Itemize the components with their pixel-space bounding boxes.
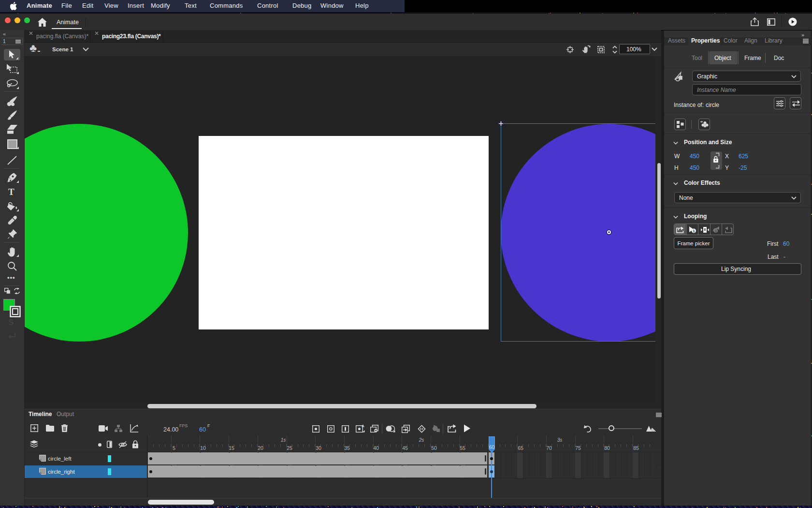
svg-text:A: A bbox=[362, 424, 364, 428]
svg-text:1: 1 bbox=[693, 229, 695, 233]
svg-text:1: 1 bbox=[715, 229, 717, 233]
